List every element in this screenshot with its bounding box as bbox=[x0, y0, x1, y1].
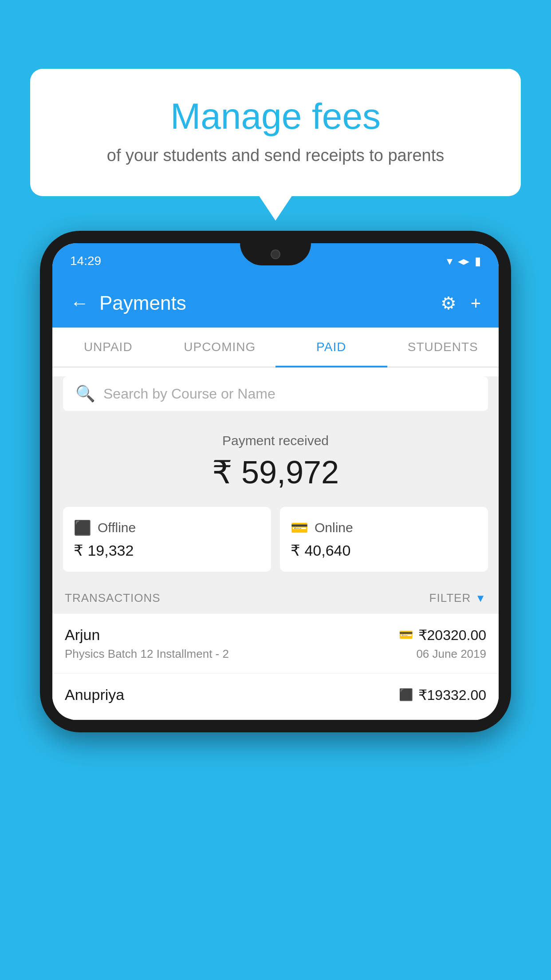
page-title: Payments bbox=[99, 292, 186, 314]
transaction-type-icon: 💳 bbox=[399, 628, 413, 642]
tab-unpaid[interactable]: UNPAID bbox=[52, 328, 164, 367]
status-bar: 14:29 ▾ ◂▸ ▮ bbox=[52, 243, 499, 279]
transaction-type-icon: ⬛ bbox=[399, 688, 413, 702]
payment-cards: ⬛ Offline ₹ 19,332 💳 Online ₹ 40,640 bbox=[52, 500, 499, 582]
tab-upcoming[interactable]: UPCOMING bbox=[164, 328, 276, 367]
transaction-amount: ₹20320.00 bbox=[418, 627, 486, 644]
phone-wrapper: 14:29 ▾ ◂▸ ▮ ← Payments ⚙ + bbox=[40, 231, 511, 732]
payment-received-label: Payment received bbox=[63, 433, 488, 448]
transaction-amount-row: 💳 ₹20320.00 bbox=[399, 627, 486, 644]
search-bar[interactable]: 🔍 Search by Course or Name bbox=[63, 376, 488, 411]
filter-icon: ▼ bbox=[475, 592, 486, 605]
transaction-date: 06 June 2019 bbox=[416, 647, 486, 661]
offline-icon: ⬛ bbox=[74, 519, 91, 536]
transaction-row[interactable]: Anupriya ⬛ ₹19332.00 bbox=[52, 674, 499, 720]
bubble-title: Manage fees bbox=[66, 95, 485, 137]
status-time: 14:29 bbox=[70, 254, 101, 268]
transaction-top: Arjun 💳 ₹20320.00 bbox=[65, 626, 486, 644]
payment-received-amount: ₹ 59,972 bbox=[63, 454, 488, 491]
notch bbox=[240, 243, 311, 265]
settings-icon[interactable]: ⚙ bbox=[441, 293, 457, 313]
search-placeholder: Search by Course or Name bbox=[103, 386, 276, 402]
transaction-detail: Physics Batch 12 Installment - 2 bbox=[65, 647, 229, 661]
transactions-label: TRANSACTIONS bbox=[65, 591, 161, 605]
phone-inner: 14:29 ▾ ◂▸ ▮ ← Payments ⚙ + bbox=[52, 243, 499, 720]
offline-card: ⬛ Offline ₹ 19,332 bbox=[63, 507, 271, 572]
transaction-name: Arjun bbox=[65, 626, 100, 644]
transaction-bottom: Physics Batch 12 Installment - 2 06 June… bbox=[65, 647, 486, 661]
transaction-top: Anupriya ⬛ ₹19332.00 bbox=[65, 686, 486, 703]
speech-bubble: Manage fees of your students and send re… bbox=[30, 69, 521, 196]
content-area: 🔍 Search by Course or Name Payment recei… bbox=[52, 376, 499, 720]
online-card: 💳 Online ₹ 40,640 bbox=[280, 507, 488, 572]
offline-label: Offline bbox=[98, 520, 136, 535]
transaction-amount: ₹19332.00 bbox=[418, 687, 486, 703]
camera bbox=[271, 249, 280, 259]
payment-summary: Payment received ₹ 59,972 bbox=[52, 420, 499, 500]
offline-amount: ₹ 19,332 bbox=[74, 541, 260, 559]
transaction-name: Anupriya bbox=[65, 686, 124, 703]
online-icon: 💳 bbox=[291, 519, 308, 536]
online-amount: ₹ 40,640 bbox=[291, 541, 477, 559]
transaction-row[interactable]: Arjun 💳 ₹20320.00 Physics Batch 12 Insta… bbox=[52, 614, 499, 674]
search-icon: 🔍 bbox=[75, 384, 95, 403]
signal-icon: ◂▸ bbox=[458, 254, 469, 268]
header-right: ⚙ + bbox=[441, 293, 481, 313]
online-card-header: 💳 Online bbox=[291, 519, 477, 536]
back-button[interactable]: ← bbox=[70, 292, 89, 314]
speech-bubble-container: Manage fees of your students and send re… bbox=[30, 69, 521, 196]
online-label: Online bbox=[315, 520, 353, 535]
filter-label: FILTER bbox=[429, 591, 471, 605]
add-icon[interactable]: + bbox=[471, 293, 481, 313]
tabs-container: UNPAID UPCOMING PAID STUDENTS bbox=[52, 328, 499, 368]
header-left: ← Payments bbox=[70, 292, 186, 314]
bubble-subtitle: of your students and send receipts to pa… bbox=[66, 146, 485, 165]
filter-button[interactable]: FILTER ▼ bbox=[429, 591, 486, 605]
battery-icon: ▮ bbox=[475, 254, 481, 268]
wifi-icon: ▾ bbox=[447, 254, 453, 268]
tab-students[interactable]: STUDENTS bbox=[387, 328, 499, 367]
app-header: ← Payments ⚙ + bbox=[52, 279, 499, 328]
phone-device: 14:29 ▾ ◂▸ ▮ ← Payments ⚙ + bbox=[40, 231, 511, 732]
status-icons: ▾ ◂▸ ▮ bbox=[447, 254, 481, 268]
transaction-amount-row: ⬛ ₹19332.00 bbox=[399, 687, 486, 703]
tab-paid[interactable]: PAID bbox=[276, 328, 387, 367]
offline-card-header: ⬛ Offline bbox=[74, 519, 260, 536]
transactions-header: TRANSACTIONS FILTER ▼ bbox=[52, 582, 499, 614]
